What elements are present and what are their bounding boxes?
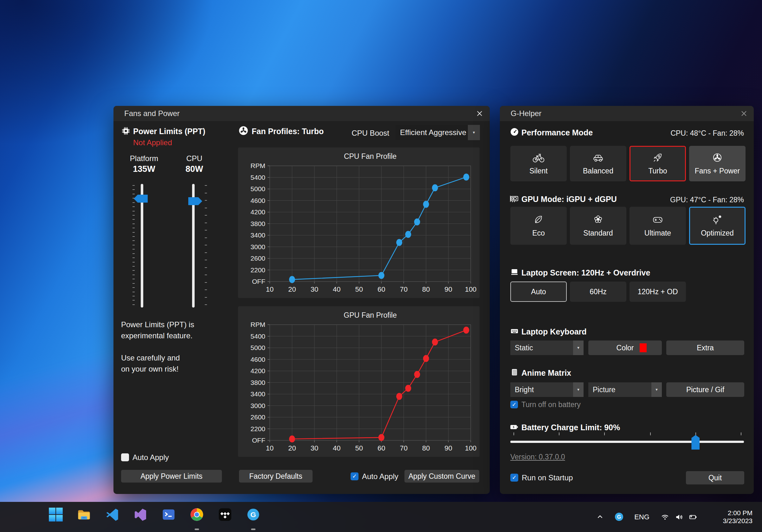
- ghelper-taskbar-icon[interactable]: G: [246, 507, 261, 522]
- anime-battery-checkbox[interactable]: ✓: [510, 401, 518, 408]
- anime-heading: Anime Matrix: [521, 368, 571, 378]
- keyboard-mode-select[interactable]: Static ▾: [510, 341, 583, 355]
- close-icon[interactable]: [476, 110, 483, 117]
- gpu-button-optimized[interactable]: Optimized: [689, 207, 745, 245]
- gpu-button-eco[interactable]: Eco: [510, 207, 567, 245]
- svg-text:4600: 4600: [251, 356, 265, 363]
- flower-icon: [591, 212, 605, 226]
- performance-gauge-icon: [510, 127, 519, 136]
- wifi-icon[interactable]: [660, 513, 669, 521]
- tray-date: 3/23/2023: [713, 517, 752, 525]
- screen-button-120hz-od[interactable]: 120Hz + OD: [630, 281, 686, 302]
- auto-apply-power-checkbox[interactable]: [121, 453, 129, 461]
- fans-window-titlebar[interactable]: Fans and Power: [114, 106, 490, 121]
- keyboard-heading: Laptop Keyboard: [521, 327, 587, 337]
- screen-button-auto[interactable]: Auto: [510, 281, 567, 302]
- svg-text:20: 20: [288, 285, 296, 293]
- svg-text:GPU Fan Profile: GPU Fan Profile: [343, 311, 397, 319]
- svg-text:100: 100: [465, 285, 477, 293]
- apply-custom-curve-button[interactable]: Apply Custom Curve: [405, 470, 479, 483]
- anime-brightness-select[interactable]: Bright ▾: [510, 382, 583, 397]
- auto-apply-curve-checkbox[interactable]: ✓: [350, 472, 358, 480]
- battery-heading: Battery Charge Limit: 90%: [521, 423, 620, 432]
- color-swatch[interactable]: [640, 343, 647, 352]
- svg-text:30: 30: [311, 444, 318, 452]
- chevron-down-icon[interactable]: ▾: [651, 382, 662, 397]
- gpu-fan-chart[interactable]: GPU Fan ProfileRPM5400500046004200380034…: [238, 306, 480, 457]
- anime-picture-gif-button[interactable]: Picture / Gif: [666, 382, 744, 397]
- mode-button-fans-power[interactable]: Fans + Power: [689, 146, 745, 181]
- chevron-down-icon[interactable]: ▾: [573, 341, 583, 355]
- svg-text:50: 50: [355, 285, 363, 293]
- tidal-icon[interactable]: [217, 507, 233, 522]
- cpu-value: 80W: [172, 164, 216, 174]
- language-indicator[interactable]: ENG: [633, 502, 651, 532]
- quit-button[interactable]: Quit: [686, 471, 744, 485]
- svg-text:3000: 3000: [251, 402, 265, 409]
- version-link[interactable]: Version: 0.37.0.0: [510, 453, 565, 461]
- power-limits-status: Not Applied: [133, 138, 172, 147]
- svg-text:3000: 3000: [251, 243, 265, 251]
- battery-slider-track[interactable]: [510, 441, 744, 443]
- performance-heading: Performance Mode: [521, 128, 593, 137]
- cpu-slider-handle[interactable]: [188, 197, 202, 205]
- svg-text:2200: 2200: [251, 266, 265, 273]
- chevron-down-icon[interactable]: ▾: [573, 382, 583, 397]
- vscode-icon[interactable]: [105, 507, 120, 522]
- cpu-slider-ticks: [205, 185, 207, 305]
- screen-button-60hz[interactable]: 60Hz: [570, 281, 626, 302]
- gpu-button-standard[interactable]: Standard: [570, 207, 626, 245]
- keyboard-icon: [510, 327, 519, 336]
- close-icon[interactable]: [740, 110, 748, 117]
- anime-matrix-icon: [510, 368, 519, 377]
- cpu-temp-status: CPU: 48°C - Fan: 28%: [633, 129, 744, 138]
- clock[interactable]: 2:00 PM 3/23/2023: [713, 509, 752, 525]
- keyboard-extra-button[interactable]: Extra: [666, 341, 744, 355]
- factory-defaults-button[interactable]: Factory Defaults: [239, 470, 313, 483]
- chevron-up-icon[interactable]: [596, 513, 604, 521]
- run-on-startup-checkbox[interactable]: ✓: [510, 474, 518, 482]
- svg-text:90: 90: [444, 444, 452, 452]
- gpu-mode-heading: GPU Mode: iGPU + dGPU: [521, 195, 617, 204]
- chrome-running-indicator: [194, 528, 199, 530]
- volume-icon[interactable]: [675, 513, 684, 521]
- gpu-temp-status: GPU: 47°C - Fan: 28%: [633, 195, 744, 204]
- visual-studio-icon[interactable]: [133, 507, 148, 522]
- battery-limit-slider[interactable]: [510, 432, 744, 451]
- ghelper-titlebar[interactable]: G-Helper: [500, 106, 754, 121]
- file-explorer-icon[interactable]: [76, 507, 92, 522]
- keyboard-mode-value: Static: [515, 341, 533, 355]
- cpu-boost-select[interactable]: Efficient Aggressive ▾: [396, 125, 480, 140]
- svg-text:20: 20: [288, 444, 296, 452]
- rocket-icon: [651, 151, 664, 164]
- battery-tray-icon[interactable]: [688, 513, 698, 521]
- apply-power-limits-button[interactable]: Apply Power Limits: [121, 470, 222, 483]
- svg-text:4600: 4600: [251, 197, 265, 204]
- svg-text:10: 10: [266, 444, 273, 452]
- ghelper-window: G-Helper Performance Mode CPU: 48°C - Fa…: [500, 106, 754, 494]
- ghelper-tray-icon[interactable]: G: [614, 512, 624, 521]
- chevron-down-icon[interactable]: ▾: [468, 125, 480, 140]
- svg-text:10: 10: [266, 285, 273, 293]
- svg-text:4200: 4200: [251, 208, 265, 216]
- mode-button-turbo[interactable]: Turbo: [630, 146, 686, 181]
- svg-text:2600: 2600: [251, 414, 265, 421]
- chrome-icon[interactable]: [189, 507, 204, 522]
- mode-button-balanced[interactable]: Balanced: [570, 146, 626, 181]
- anime-battery-label: Turn off on battery: [521, 401, 581, 408]
- keyboard-color-button[interactable]: Color: [588, 341, 662, 355]
- start-icon[interactable]: [48, 507, 63, 522]
- gpu-button-ultimate[interactable]: Ultimate: [630, 207, 686, 245]
- anime-mode-select[interactable]: Picture ▾: [588, 382, 662, 397]
- battery-slider-handle[interactable]: [691, 435, 700, 450]
- svg-text:3800: 3800: [251, 220, 265, 227]
- mode-button-silent[interactable]: Silent: [510, 146, 567, 181]
- svg-text:CPU Fan Profile: CPU Fan Profile: [344, 152, 397, 160]
- platform-slider-handle[interactable]: [134, 195, 148, 202]
- fans-window-title: Fans and Power: [124, 106, 180, 121]
- terminal-icon[interactable]: [161, 507, 176, 522]
- svg-text:OFF: OFF: [252, 278, 265, 285]
- svg-text:3400: 3400: [251, 390, 265, 398]
- taskbar: G G ENG 2:00 PM 3/23/2023: [0, 502, 762, 532]
- cpu-fan-chart[interactable]: CPU Fan ProfileRPM5400500046004200380034…: [238, 147, 480, 298]
